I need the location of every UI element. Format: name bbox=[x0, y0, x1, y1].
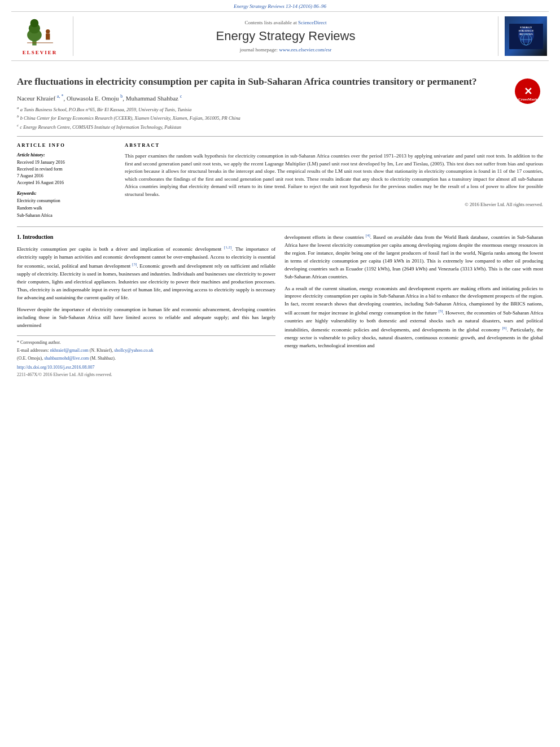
keyword-randomwalk: Random walk bbox=[17, 205, 116, 212]
elsevier-logo: ELSEVIER bbox=[20, 17, 60, 55]
contents-line: Contents lists available at ScienceDirec… bbox=[245, 20, 327, 25]
affiliations: a a Tunis Business School, P.O.Box n°65,… bbox=[17, 105, 543, 131]
article-info-heading: ARTICLE INFO bbox=[17, 142, 116, 148]
crossmark-icon: ✕ CrossMark bbox=[515, 78, 540, 104]
abstract-section: ABSTRACT This paper examines the random … bbox=[125, 142, 543, 219]
journal-center: Contents lists available at ScienceDirec… bbox=[73, 16, 498, 56]
article-title: Are fluctuations in electricity consumpt… bbox=[17, 76, 543, 88]
svg-text:CrossMark: CrossMark bbox=[518, 97, 537, 102]
body-para-4: As a result of the current situation, en… bbox=[285, 285, 543, 351]
abstract-heading: ABSTRACT bbox=[125, 142, 543, 148]
affil-a: a a Tunis Business School, P.O.Box n°65,… bbox=[17, 105, 543, 113]
history-title: Article history: bbox=[17, 152, 116, 158]
section-divider bbox=[17, 226, 543, 227]
footnote-corresponding: * Corresponding author. bbox=[17, 339, 275, 346]
email-omoju[interactable]: shollcy@yahoo.co.uk bbox=[114, 348, 154, 353]
email-shahbaz[interactable]: shahbazmohd@live.com bbox=[44, 356, 89, 361]
body-para-1: Electricity consumption per capita is bo… bbox=[17, 244, 275, 302]
doi-link[interactable]: http://dx.doi.org/10.1016/j.esr.2016.08.… bbox=[17, 364, 275, 371]
footnote-emails-2: (O.E. Omoju), shahbazmohd@live.com (M. S… bbox=[17, 355, 275, 362]
journal-header: ELSEVIER Contents lists available at Sci… bbox=[11, 11, 549, 61]
body-para-3: development efforts in these countries [… bbox=[285, 233, 543, 281]
footnote-emails: E-mail addresses: nkhraief@gmail.com (N.… bbox=[17, 347, 275, 354]
keyword-electricity: Electricity consumption bbox=[17, 198, 116, 205]
energy-badge-icon: ENERGY STRATEGY REVIEWS bbox=[509, 24, 543, 49]
article-area: Are fluctuations in electricity consumpt… bbox=[0, 61, 560, 378]
keywords-title: Keywords: bbox=[17, 191, 116, 196]
body-col-left: 1. Introduction Electricity consumption … bbox=[17, 233, 275, 378]
abstract-text: This paper examines the random walk hypo… bbox=[125, 152, 543, 198]
body-para-2: However despite the importance of electr… bbox=[17, 306, 275, 330]
svg-point-4 bbox=[46, 29, 50, 33]
affil-b: b b China Center for Energy Economics Re… bbox=[17, 113, 543, 122]
page: Energy Strategy Reviews 13-14 (2016) 86–… bbox=[0, 0, 560, 747]
journal-title: Energy Strategy Reviews bbox=[216, 29, 356, 43]
issn-line: 2211-467X/© 2016 Elsevier Ltd. All right… bbox=[17, 372, 275, 378]
energy-badge: ENERGY STRATEGY REVIEWS bbox=[505, 16, 547, 56]
journal-badge-section: ENERGY STRATEGY REVIEWS bbox=[498, 16, 549, 56]
article-info: ARTICLE INFO Article history: Received 1… bbox=[17, 142, 116, 219]
svg-text:✕: ✕ bbox=[523, 86, 532, 97]
authors: Naceur Khraief a, *, Oluwasola E. Omoju … bbox=[17, 94, 543, 102]
homepage-link[interactable]: www.ees.elsevier.com/esr bbox=[279, 47, 331, 53]
copyright: © 2016 Elsevier Ltd. All rights reserved… bbox=[125, 202, 543, 207]
sciencedirect-link[interactable]: ScienceDirect bbox=[298, 20, 326, 25]
article-info-abstract: ARTICLE INFO Article history: Received 1… bbox=[17, 136, 543, 219]
elsevier-label: ELSEVIER bbox=[23, 50, 58, 55]
body-content: 1. Introduction Electricity consumption … bbox=[17, 233, 543, 378]
svg-text:STRATEGY: STRATEGY bbox=[518, 29, 534, 32]
footnotes: * Corresponding author. E-mail addresses… bbox=[17, 335, 275, 378]
journal-reference: Energy Strategy Reviews 13-14 (2016) 86–… bbox=[0, 0, 560, 11]
homepage-line: journal homepage: www.ees.elsevier.com/e… bbox=[240, 47, 332, 53]
article-dates: Received 19 January 2016 Received in rev… bbox=[17, 159, 116, 186]
elsevier-tree-icon bbox=[20, 17, 60, 48]
svg-text:ENERGY: ENERGY bbox=[520, 26, 532, 29]
elsevier-logo-section: ELSEVIER bbox=[11, 16, 73, 56]
section1-heading: 1. Introduction bbox=[17, 233, 275, 242]
keyword-subsaharan: Sub-Saharan Africa bbox=[17, 212, 116, 220]
crossmark: ✕ CrossMark bbox=[512, 76, 543, 107]
body-col-right: development efforts in these countries [… bbox=[285, 233, 543, 378]
svg-point-3 bbox=[30, 19, 38, 28]
affil-c: c c Energy Research Centre, COMSATS Inst… bbox=[17, 123, 543, 131]
svg-rect-5 bbox=[46, 33, 50, 40]
email-khraief[interactable]: nkhraief@gmail.com bbox=[50, 348, 89, 353]
